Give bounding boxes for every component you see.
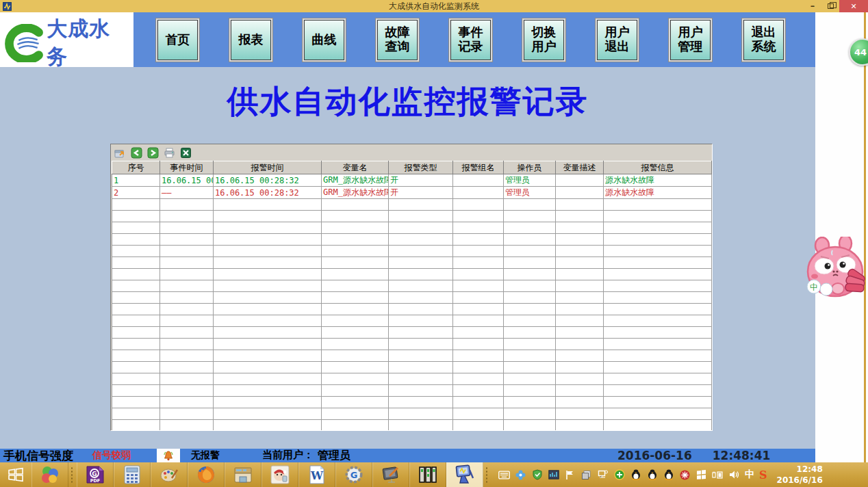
alarm-table-body: 1 16.06.15 00 16.06.15 00:28:32 GRM_源水缺水… — [112, 174, 712, 432]
alarm-bell-icon — [157, 449, 180, 462]
red-snowflake-icon[interactable] — [679, 469, 691, 481]
col-header[interactable]: 报警时间 — [214, 161, 322, 174]
windows-taskbar: G PDF — [0, 462, 868, 487]
statusbar-date: 2016-06-16 — [617, 449, 692, 462]
table-row-empty — [112, 304, 712, 315]
table-row-empty — [112, 199, 712, 211]
statusbar-datetime: 2016-06-16 12:48:41 — [617, 449, 770, 462]
gear-app-icon[interactable]: G — [335, 462, 372, 487]
battery-icon[interactable] — [712, 469, 724, 481]
chart-tray-icon[interactable] — [548, 469, 559, 481]
window-titlebar: 大成供水自动化监测系统 – ✕ — [0, 0, 868, 12]
col-header[interactable]: 变量描述 — [556, 161, 604, 174]
qq-penguin-icon[interactable] — [646, 469, 658, 481]
touch-keyboard-icon[interactable] — [498, 469, 510, 481]
tablet-pen-app-icon[interactable] — [372, 462, 409, 487]
col-header[interactable]: 报警信息 — [604, 161, 712, 174]
main-nav: 首页 报表 曲线 故障 查询 事件 记录 切换 用户 用户 退出 用户 管理 退… — [133, 12, 815, 67]
table-row-empty — [112, 327, 712, 339]
table-row-empty — [112, 362, 712, 373]
sogou-icon[interactable]: S — [759, 469, 767, 482]
ime-indicator[interactable]: 中 — [745, 469, 754, 481]
table-row-empty — [112, 257, 712, 269]
table-row-empty — [112, 373, 712, 385]
svg-text:G: G — [92, 471, 97, 477]
main-content: 供水自动化监控报警记录 — [0, 67, 815, 449]
logo-c-icon — [4, 24, 45, 62]
nav-button-user-management[interactable]: 用户 管理 — [669, 18, 712, 62]
system-tray: 中 S — [498, 469, 767, 482]
scada-app-icon[interactable] — [446, 462, 483, 487]
santa-app-icon[interactable] — [261, 462, 298, 487]
table-row-empty — [112, 397, 712, 408]
table-row-empty — [112, 280, 712, 292]
ime-mascot-sticker[interactable]: 中 — [805, 237, 868, 300]
ime-badge: 中 — [810, 282, 818, 292]
start-button[interactable] — [0, 462, 31, 487]
speaker-icon[interactable] — [728, 469, 740, 481]
company-logo: 大成水务 WANTONG — [0, 12, 133, 67]
nav-button-switch-user[interactable]: 切换 用户 — [522, 18, 565, 62]
taskbar-grip[interactable] — [68, 462, 77, 487]
col-header[interactable]: 事件时间 — [160, 161, 214, 174]
word-app-icon[interactable]: W — [298, 462, 335, 487]
current-user-name: 管理员 — [318, 449, 350, 463]
table-row-empty — [112, 222, 712, 234]
shield-icon[interactable] — [531, 469, 543, 481]
table-row-empty — [112, 315, 712, 327]
nav-button-event-records[interactable]: 事件 记录 — [449, 18, 492, 62]
col-header[interactable]: 变量名 — [322, 161, 389, 174]
col-header[interactable]: 报警类型 — [389, 161, 453, 174]
svg-text:W: W — [310, 469, 324, 482]
export-icon[interactable] — [114, 147, 126, 159]
clock-time: 12:48 — [777, 464, 823, 475]
col-header[interactable]: 序号 — [112, 161, 160, 174]
calculator-app-icon[interactable] — [114, 462, 151, 487]
desktop-screen: 大成供水自动化监测系统 – ✕ 大成水务 WANTONG 首页 — [0, 0, 868, 487]
table-row-empty — [112, 408, 712, 420]
nav-button-user-logout[interactable]: 用户 退出 — [596, 18, 639, 62]
table-row-empty — [112, 246, 712, 257]
green-plus-icon[interactable] — [613, 469, 625, 481]
pinwheel-icon[interactable] — [515, 469, 526, 481]
windows-tray-icon[interactable] — [695, 469, 707, 481]
table-row[interactable]: 1 16.06.15 00 16.06.15 00:28:32 GRM_源水缺水… — [112, 174, 712, 187]
firefox-app-icon[interactable] — [188, 462, 225, 487]
table-row-empty — [112, 385, 712, 397]
nav-button-exit-system[interactable]: 退出 系统 — [742, 18, 785, 62]
nav-button-fault-query[interactable]: 故障 查询 — [376, 18, 419, 62]
taskbar-clock[interactable]: 12:48 2016/6/16 — [777, 464, 823, 486]
minimize-button[interactable]: – — [804, 1, 821, 12]
colorful-balls-icon[interactable] — [31, 462, 68, 487]
alarm-record-panel: 序号 事件时间 报警时间 变量名 报警类型 报警组名 操作员 变量描述 报警信息… — [110, 144, 713, 431]
page-title: 供水自动化监控报警记录 — [0, 81, 815, 123]
paint-app-icon[interactable] — [151, 462, 188, 487]
restore-button[interactable] — [821, 0, 839, 12]
taskbar-grip[interactable] — [483, 462, 492, 487]
table-row-empty — [112, 339, 712, 350]
app-statusbar: 手机信号强度 信号较弱 无报警 当前用户： 管理员 2016-06-16 12:… — [0, 449, 815, 462]
nav-button-curves[interactable]: 曲线 — [303, 18, 346, 62]
plc-app-icon[interactable] — [409, 462, 446, 487]
print-icon[interactable] — [164, 147, 175, 159]
pdf-app-icon[interactable]: G PDF — [77, 462, 114, 487]
table-row[interactable]: 2 —— 16.06.15 00:28:32 GRM_源水缺水故障 开 管理员 … — [112, 187, 712, 199]
flag-icon[interactable] — [564, 469, 576, 481]
qq-penguin-icon[interactable] — [630, 469, 641, 481]
copy-windows-icon[interactable] — [580, 469, 592, 481]
excel-icon[interactable] — [180, 147, 192, 159]
prev-arrow-icon[interactable] — [131, 147, 142, 159]
nav-button-home[interactable]: 首页 — [156, 18, 199, 62]
explorer-app-icon[interactable] — [225, 462, 261, 487]
current-user: 当前用户： 管理员 — [262, 449, 350, 463]
network-icon[interactable] — [597, 469, 609, 481]
clock-date: 2016/6/16 — [777, 475, 823, 486]
statusbar-time: 12:48:41 — [713, 449, 771, 462]
close-button[interactable]: ✕ — [839, 0, 868, 12]
qq-penguin-icon[interactable] — [663, 469, 674, 481]
col-header[interactable]: 操作员 — [504, 161, 556, 174]
nav-button-reports[interactable]: 报表 — [229, 18, 272, 62]
table-row-empty — [112, 350, 712, 362]
col-header[interactable]: 报警组名 — [453, 161, 504, 174]
next-arrow-icon[interactable] — [147, 147, 159, 159]
